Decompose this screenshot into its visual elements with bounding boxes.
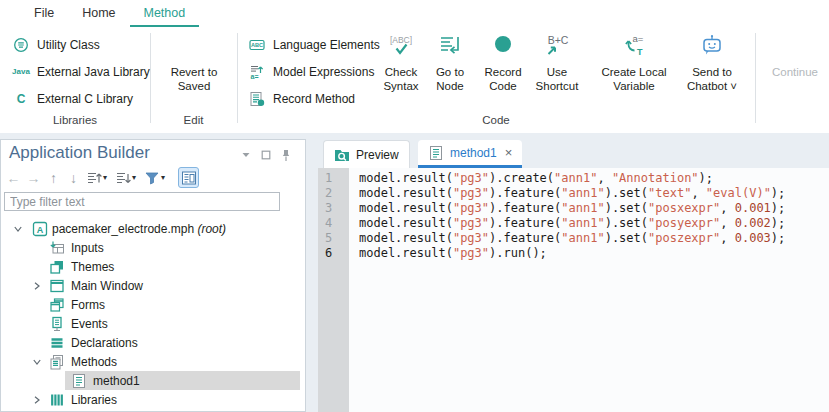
- check-syntax-icon: [ABC]: [377, 33, 425, 63]
- go-to-node-button[interactable]: Go to Node: [428, 33, 472, 93]
- check-syntax-button[interactable]: [ABC]Check Syntax: [377, 33, 425, 93]
- filter-input[interactable]: [4, 192, 280, 211]
- chevron-down-icon[interactable]: ▾: [132, 173, 136, 182]
- forward-button[interactable]: →: [25, 169, 42, 186]
- c-lang-icon: C: [12, 90, 30, 107]
- move-up-in-list-button[interactable]: ▾: [85, 169, 111, 186]
- tree-item-declarations[interactable]: Declarations: [1, 333, 304, 352]
- arrow-up-icon: ↑: [45, 169, 62, 186]
- move-up-button[interactable]: ↑: [45, 169, 62, 186]
- external-c-library-button[interactable]: CExternal C Library: [12, 85, 150, 112]
- line-number: 4: [318, 216, 349, 231]
- filter-button[interactable]: ▾: [143, 169, 169, 186]
- close-icon[interactable]: ×: [505, 145, 513, 160]
- tree-toolbar: ←→↑↓▾▾▾: [5, 167, 202, 188]
- record-code-button[interactable]: Record Code: [477, 33, 529, 93]
- check-syntax-label: Check Syntax: [377, 65, 425, 93]
- chevron-collapsed-icon[interactable]: [32, 395, 42, 405]
- panel-window-buttons: [240, 149, 291, 161]
- send-to-chatbot-label: Send to Chatbot ˅: [681, 65, 743, 93]
- themes-icon: [49, 259, 65, 275]
- utility-class-button[interactable]: Utility Class: [12, 31, 150, 58]
- menu-tab-file[interactable]: File: [20, 0, 68, 27]
- tree-item-inputs[interactable]: Inputs: [1, 238, 304, 257]
- create-local-variable-button[interactable]: a=TCreate Local Variable: [592, 33, 676, 93]
- libraries-group: Utility ClassJavaExternal Java LibraryCE…: [12, 31, 150, 112]
- line-number: 6: [318, 246, 349, 261]
- record-code-icon: [477, 33, 529, 63]
- code-line: 1model.result("pg3").create("ann1", "Ann…: [318, 171, 829, 186]
- language-elements-button[interactable]: ABCLanguage Elements: [248, 31, 380, 58]
- record-method-button[interactable]: Record Method: [248, 85, 380, 112]
- code-text: model.result("pg3").run();: [349, 246, 547, 261]
- chevron-down-icon[interactable]: ▾: [103, 173, 107, 182]
- float-panel-button[interactable]: [260, 149, 271, 161]
- menu-tab-method[interactable]: Method: [130, 0, 200, 27]
- code-line: 6model.result("pg3").run();: [318, 246, 829, 261]
- go-to-node-label: Go to Node: [428, 65, 472, 93]
- create-local-variable-label: Create Local Variable: [592, 65, 676, 93]
- tab-preview[interactable]: Preview: [323, 140, 410, 168]
- tree-item-libraries[interactable]: Libraries: [1, 390, 304, 409]
- tree-item-forms[interactable]: Forms: [1, 295, 304, 314]
- tree-item-method1[interactable]: method1: [1, 371, 304, 390]
- chevron-collapsed-icon[interactable]: [32, 281, 42, 291]
- refresh-icon[interactable]: [288, 193, 305, 210]
- use-shortcut-label: Use Shortcut: [529, 65, 585, 93]
- list-up-icon: [85, 169, 102, 186]
- revert-icon: [161, 33, 227, 63]
- tree-item-events[interactable]: Events: [1, 314, 304, 333]
- panel-title: Application Builder: [9, 143, 150, 163]
- move-down-in-list-button[interactable]: ▾: [114, 169, 140, 186]
- svg-text:B+C: B+C: [548, 34, 569, 46]
- tree-libraries-icon: [49, 392, 65, 408]
- line-number: 1: [318, 171, 349, 186]
- tree-item-label: Events: [71, 317, 108, 331]
- svg-text:A: A: [37, 224, 44, 234]
- show-panels-toggle-button[interactable]: [178, 167, 199, 188]
- ribbon: FileHomeMethod Utility ClassJavaExternal…: [0, 0, 829, 133]
- tree-item-label: Declarations: [71, 336, 138, 350]
- tree-item-pacemaker-electrode-mph[interactable]: Apacemaker_electrode.mph (root): [1, 219, 304, 238]
- external-java-library-button[interactable]: JavaExternal Java Library: [12, 58, 150, 85]
- funnel-icon: [143, 169, 160, 186]
- move-down-button[interactable]: ↓: [65, 169, 82, 186]
- continue-icon: [765, 33, 825, 63]
- code-line: 2model.result("pg3").feature("ann1").set…: [318, 186, 829, 201]
- code-text: model.result("pg3").feature("ann1").set(…: [349, 231, 785, 246]
- menu-tab-home[interactable]: Home: [68, 0, 129, 27]
- record-code-label: Record Code: [477, 65, 529, 93]
- continue-button[interactable]: Continue: [765, 33, 825, 79]
- model-expressions-label: Model Expressions: [273, 65, 374, 79]
- ribbon-divider: [755, 33, 756, 123]
- code-editor[interactable]: 1model.result("pg3").create("ann1", "Ann…: [318, 168, 829, 412]
- goto-node-icon: [428, 33, 472, 63]
- code-text: model.result("pg3").create("ann1", "Anno…: [349, 171, 713, 186]
- chevron-expanded-icon[interactable]: [32, 357, 42, 367]
- preview-icon: [334, 147, 350, 163]
- use-shortcut-button[interactable]: B+CUse Shortcut: [529, 33, 585, 93]
- tree-item-main-window[interactable]: Main Window: [1, 276, 304, 295]
- model-expressions-button[interactable]: a=Model Expressions: [248, 58, 380, 85]
- methods-icon: [49, 354, 65, 370]
- menubar: FileHomeMethod: [0, 0, 199, 27]
- chevron-expanded-icon[interactable]: [13, 224, 23, 234]
- pin-panel-button[interactable]: [280, 149, 291, 161]
- java-icon: Java: [12, 63, 30, 80]
- tab-method1[interactable]: method1×: [418, 140, 522, 168]
- code-line: 4model.result("pg3").feature("ann1").set…: [318, 216, 829, 231]
- use-shortcut-icon: B+C: [529, 33, 585, 63]
- send-to-chatbot-button[interactable]: Send to Chatbot ˅: [681, 33, 743, 93]
- revert-to-saved-button[interactable]: Revert to Saved: [161, 33, 227, 93]
- tree-item-label: Main Window: [71, 279, 143, 293]
- chevron-down-icon: ˅: [727, 80, 737, 92]
- back-button[interactable]: ←: [5, 169, 22, 186]
- arrow-down-icon: ↓: [65, 169, 82, 186]
- panel-menu-button[interactable]: [240, 149, 251, 161]
- tree-item-themes[interactable]: Themes: [1, 257, 304, 276]
- external-java-library-label: External Java Library: [37, 65, 150, 79]
- chevron-down-icon[interactable]: ▾: [161, 173, 165, 182]
- tree-item-methods[interactable]: Methods: [1, 352, 304, 371]
- ribbon-divider: [150, 33, 151, 123]
- inputs-icon: [49, 240, 65, 256]
